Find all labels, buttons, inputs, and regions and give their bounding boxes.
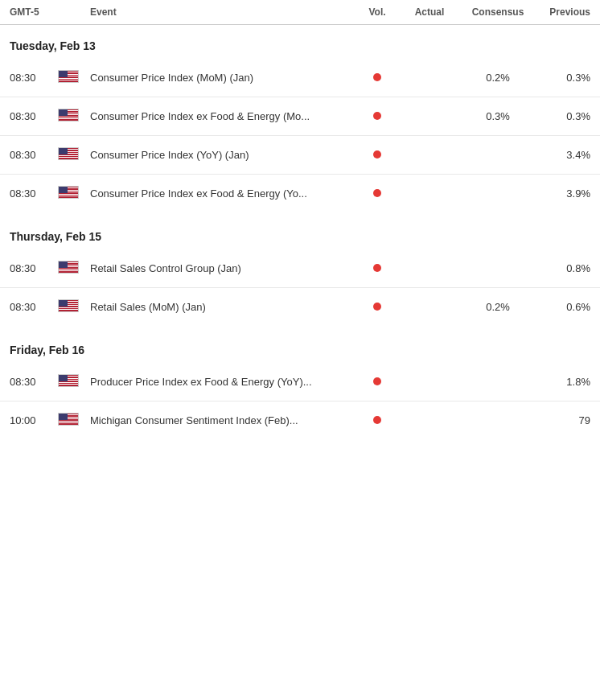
country-flag xyxy=(58,147,90,163)
high-vol-dot xyxy=(373,150,381,159)
high-vol-dot xyxy=(373,73,381,81)
country-flag xyxy=(58,70,90,85)
table-row[interactable]: 08:30Retail Sales (MoM) (Jan)0.2%0.6% xyxy=(0,288,600,326)
day-header: Tuesday, Feb 13 xyxy=(0,25,600,59)
volatility-indicator xyxy=(357,414,397,426)
table-row[interactable]: 08:30Consumer Price Index ex Food & Ener… xyxy=(0,175,600,212)
event-name: Producer Price Index ex Food & Energy (Y… xyxy=(90,376,357,388)
country-flag xyxy=(58,261,90,276)
volatility-indicator xyxy=(357,187,397,200)
table-row[interactable]: 08:30Consumer Price Index (YoY) (Jan)3.4… xyxy=(0,136,600,175)
volatility-indicator xyxy=(357,262,397,274)
day-section: Thursday, Feb 1508:30Retail Sales Contro… xyxy=(0,216,600,326)
table-row[interactable]: 10:00Michigan Consumer Sentiment Index (… xyxy=(0,401,600,439)
event-name: Consumer Price Index ex Food & Energy (M… xyxy=(90,110,357,122)
header-actual: Actual xyxy=(397,6,462,18)
high-vol-dot xyxy=(373,264,381,272)
volatility-indicator xyxy=(357,376,397,388)
high-vol-dot xyxy=(373,112,381,120)
previous-value: 0.3% xyxy=(534,72,590,84)
event-name: Retail Sales Control Group (Jan) xyxy=(90,262,357,274)
header-consensus: Consensus xyxy=(462,6,534,18)
table-row[interactable]: 08:30Retail Sales Control Group (Jan)0.8… xyxy=(0,249,600,288)
us-flag-icon xyxy=(58,70,79,83)
volatility-indicator xyxy=(357,149,397,161)
event-name: Consumer Price Index (YoY) (Jan) xyxy=(90,149,357,161)
day-header: Friday, Feb 16 xyxy=(0,329,600,363)
us-flag-icon xyxy=(58,261,79,274)
us-flag-icon xyxy=(58,147,79,160)
previous-value: 0.3% xyxy=(534,110,590,122)
high-vol-dot xyxy=(373,189,381,197)
event-time: 08:30 xyxy=(10,262,58,274)
previous-value: 3.4% xyxy=(534,149,590,161)
country-flag xyxy=(58,186,90,201)
event-name: Retail Sales (MoM) (Jan) xyxy=(90,301,357,313)
us-flag-icon xyxy=(58,413,79,426)
header-timezone: GMT-5 xyxy=(10,6,58,18)
us-flag-icon xyxy=(58,109,79,121)
event-time: 08:30 xyxy=(10,110,58,122)
previous-value: 0.6% xyxy=(534,301,590,313)
header-vol: Vol. xyxy=(357,6,397,18)
event-time: 08:30 xyxy=(10,376,58,388)
event-time: 08:30 xyxy=(10,72,58,84)
high-vol-dot xyxy=(373,377,381,385)
country-flag xyxy=(58,109,90,124)
event-name: Michigan Consumer Sentiment Index (Feb).… xyxy=(90,414,357,426)
table-row[interactable]: 08:30Consumer Price Index ex Food & Ener… xyxy=(0,97,600,136)
volatility-indicator xyxy=(357,72,397,84)
previous-value: 79 xyxy=(534,414,590,426)
us-flag-icon xyxy=(58,299,79,312)
header-event: Event xyxy=(90,6,357,18)
day-header: Thursday, Feb 15 xyxy=(0,216,600,249)
table-header: GMT-5 Event Vol. Actual Consensus Previo… xyxy=(0,0,600,25)
day-section: Friday, Feb 1608:30Producer Price Index … xyxy=(0,329,600,439)
consensus-value: 0.2% xyxy=(462,301,534,313)
consensus-value: 0.2% xyxy=(462,72,534,84)
high-vol-dot xyxy=(373,303,381,311)
header-previous: Previous xyxy=(534,6,590,18)
table-row[interactable]: 08:30Producer Price Index ex Food & Ener… xyxy=(0,363,600,401)
consensus-value: 0.3% xyxy=(462,110,534,122)
high-vol-dot xyxy=(373,416,381,424)
volatility-indicator xyxy=(357,110,397,122)
event-name: Consumer Price Index (MoM) (Jan) xyxy=(90,72,357,84)
event-time: 08:30 xyxy=(10,301,58,313)
event-time: 08:30 xyxy=(10,187,58,200)
event-name: Consumer Price Index ex Food & Energy (Y… xyxy=(90,187,357,200)
table-row[interactable]: 08:30Consumer Price Index (MoM) (Jan)0.2… xyxy=(0,59,600,97)
country-flag xyxy=(58,299,90,315)
volatility-indicator xyxy=(357,301,397,313)
us-flag-icon xyxy=(58,186,79,199)
event-time: 10:00 xyxy=(10,414,58,426)
previous-value: 1.8% xyxy=(534,376,590,388)
previous-value: 0.8% xyxy=(534,262,590,274)
previous-value: 3.9% xyxy=(534,187,590,200)
event-time: 08:30 xyxy=(10,149,58,161)
us-flag-icon xyxy=(58,374,79,387)
country-flag xyxy=(58,374,90,389)
day-section: Tuesday, Feb 1308:30Consumer Price Index… xyxy=(0,25,600,212)
country-flag xyxy=(58,413,90,428)
